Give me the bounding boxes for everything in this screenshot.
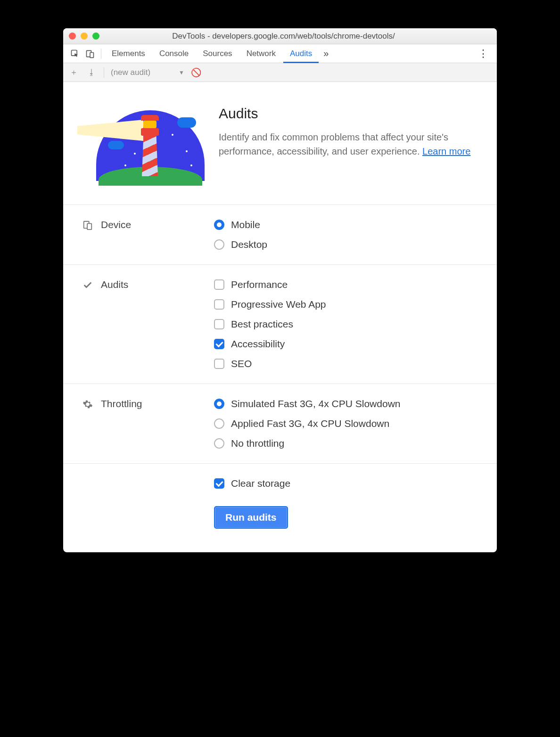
minimize-window-button[interactable]: [81, 33, 88, 40]
download-report-icon[interactable]: ⭳: [86, 68, 97, 77]
radio-icon: [214, 438, 224, 449]
option-label: Simulated Fast 3G, 4x CPU Slowdown: [231, 398, 400, 409]
checkbox-icon: [214, 319, 224, 329]
radio-device-mobile[interactable]: Mobile: [214, 219, 478, 230]
radio-throttling-none[interactable]: No throttling: [214, 438, 478, 449]
chevron-down-icon: ▼: [179, 69, 184, 76]
audit-select-dropdown[interactable]: (new audit) ▼: [111, 68, 184, 77]
window-titlebar: DevTools - developers.google.com/web/too…: [63, 28, 497, 44]
traffic-lights: [69, 33, 99, 40]
section-audits: Audits Performance Progressive Web App B…: [63, 264, 497, 384]
checkbox-icon: [214, 359, 224, 369]
audits-panel: Audits Identify and fix common problems …: [63, 82, 497, 552]
section-device: Device Mobile Desktop: [63, 205, 497, 264]
checkbox-pwa[interactable]: Progressive Web App: [214, 299, 478, 310]
devtools-tabstrip: Elements Console Sources Network Audits …: [63, 44, 497, 63]
check-icon: [82, 279, 93, 290]
section-throttling: Throttling Simulated Fast 3G, 4x CPU Slo…: [63, 384, 497, 463]
device-icon: [82, 219, 93, 230]
tab-audits[interactable]: Audits: [283, 44, 319, 63]
checkbox-performance[interactable]: Performance: [214, 279, 478, 290]
radio-throttling-simulated[interactable]: Simulated Fast 3G, 4x CPU Slowdown: [214, 398, 478, 409]
svg-rect-4: [87, 223, 91, 229]
lighthouse-illustration: [82, 106, 205, 186]
audits-hero-text: Audits Identify and fix common problems …: [219, 106, 478, 186]
radio-icon: [214, 418, 224, 429]
audits-description: Identify and fix common problems that af…: [219, 130, 478, 158]
more-tabs-icon[interactable]: »: [320, 48, 332, 59]
checkbox-accessibility[interactable]: Accessibility: [214, 338, 478, 350]
settings-kebab-icon[interactable]: ⋮: [474, 48, 492, 60]
divider: [104, 67, 104, 78]
throttling-section-label: Throttling: [101, 398, 142, 409]
checkbox-seo[interactable]: SEO: [214, 358, 478, 369]
audits-heading: Audits: [219, 106, 478, 122]
option-label: Accessibility: [231, 338, 285, 350]
tab-sources[interactable]: Sources: [196, 44, 239, 63]
radio-icon: [214, 220, 224, 230]
learn-more-link[interactable]: Learn more: [422, 146, 470, 156]
tab-network[interactable]: Network: [240, 44, 282, 63]
option-label: No throttling: [231, 438, 284, 449]
svg-rect-2: [90, 52, 94, 57]
audits-hero: Audits Identify and fix common problems …: [63, 82, 497, 205]
option-label: Performance: [231, 279, 288, 290]
radio-throttling-applied[interactable]: Applied Fast 3G, 4x CPU Slowdown: [214, 418, 478, 429]
option-label: Progressive Web App: [231, 299, 326, 310]
toggle-device-toolbar-icon[interactable]: [83, 47, 97, 61]
run-audits-button[interactable]: Run audits: [214, 506, 288, 529]
audit-select-label: (new audit): [111, 68, 150, 77]
option-label: Clear storage: [231, 478, 290, 489]
tab-console[interactable]: Console: [153, 44, 195, 63]
radio-device-desktop[interactable]: Desktop: [214, 239, 478, 250]
gear-icon: [82, 398, 93, 409]
new-audit-plus-icon[interactable]: ＋: [68, 67, 79, 78]
checkbox-icon: [214, 299, 224, 310]
device-section-label: Device: [101, 219, 131, 230]
radio-icon: [214, 399, 224, 409]
audits-description-text: Identify and fix common problems that af…: [219, 132, 448, 156]
inspect-element-icon[interactable]: [68, 47, 82, 61]
option-label: SEO: [231, 358, 252, 369]
checkbox-icon: [214, 339, 224, 349]
option-label: Best practices: [231, 319, 293, 330]
option-label: Applied Fast 3G, 4x CPU Slowdown: [231, 418, 389, 429]
option-label: Mobile: [231, 219, 260, 230]
audits-toolbar: ＋ ⭳ (new audit) ▼ 🚫: [63, 63, 497, 82]
checkbox-icon: [214, 279, 224, 290]
maximize-window-button[interactable]: [92, 33, 99, 40]
option-label: Desktop: [231, 239, 267, 250]
close-window-button[interactable]: [69, 33, 76, 40]
divider: [101, 49, 101, 59]
checkbox-best-practices[interactable]: Best practices: [214, 319, 478, 330]
section-clear-storage: Clear storage: [63, 463, 497, 493]
clear-icon[interactable]: 🚫: [191, 67, 201, 78]
radio-icon: [214, 239, 224, 250]
checkbox-clear-storage[interactable]: Clear storage: [214, 478, 290, 489]
audits-section-label: Audits: [101, 279, 128, 290]
window-title: DevTools - developers.google.com/web/too…: [104, 32, 491, 41]
checkbox-icon: [214, 478, 224, 489]
devtools-window: DevTools - developers.google.com/web/too…: [63, 28, 497, 552]
tab-elements[interactable]: Elements: [105, 44, 152, 63]
